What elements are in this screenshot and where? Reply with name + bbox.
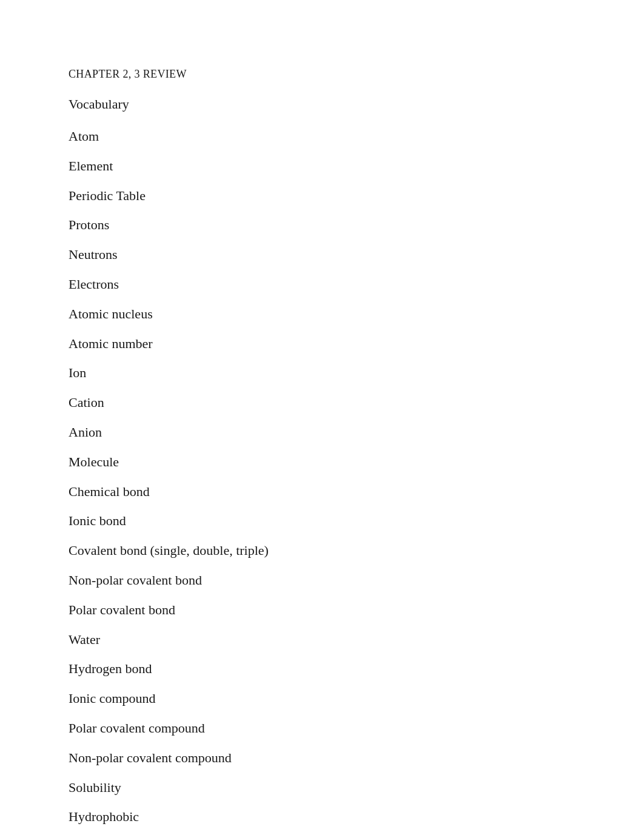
list-item: Non-polar covalent bond xyxy=(69,571,546,590)
page-container: CHAPTER 2, 3 REVIEW Vocabulary AtomEleme… xyxy=(0,0,546,835)
list-item: Ionic compound xyxy=(69,689,546,708)
list-item: Neutrons xyxy=(69,246,546,264)
list-item: Molecule xyxy=(69,453,546,472)
list-item: Hydrophobic xyxy=(69,808,546,827)
list-item: Ionic bond xyxy=(69,512,546,531)
list-item: Atomic number xyxy=(69,335,546,354)
list-item: Electrons xyxy=(69,275,546,294)
list-item: Non-polar covalent compound xyxy=(69,749,546,768)
list-item: Covalent bond (single, double, triple) xyxy=(69,542,546,560)
list-item: Solubility xyxy=(69,779,546,797)
list-item: Water xyxy=(69,631,546,649)
list-item: Atom xyxy=(69,127,546,146)
list-item: Chemical bond xyxy=(69,483,546,501)
list-item: Element xyxy=(69,157,546,176)
list-item: Polar covalent compound xyxy=(69,719,546,738)
chapter-title: CHAPTER 2, 3 REVIEW xyxy=(69,67,546,82)
section-title: Vocabulary xyxy=(69,95,546,114)
list-item: Cation xyxy=(69,394,546,412)
list-item: Anion xyxy=(69,423,546,442)
list-item: Protons xyxy=(69,216,546,235)
list-item: Atomic nucleus xyxy=(69,305,546,324)
vocab-list: AtomElementPeriodic TableProtonsNeutrons… xyxy=(69,127,546,835)
list-item: Ion xyxy=(69,364,546,383)
list-item: Polar covalent bond xyxy=(69,601,546,620)
list-item: Periodic Table xyxy=(69,187,546,206)
list-item: Hydrogen bond xyxy=(69,660,546,679)
